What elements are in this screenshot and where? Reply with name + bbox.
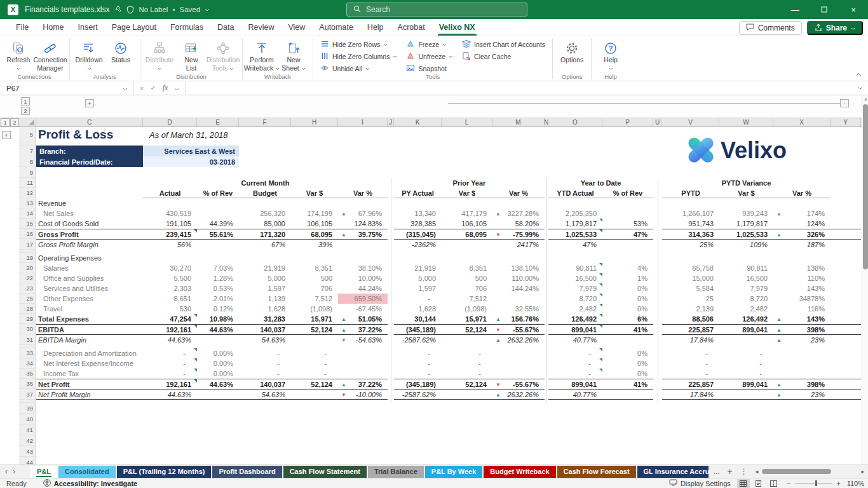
excel-app-icon[interactable]: X <box>8 4 18 15</box>
row-header[interactable]: 43 <box>19 446 36 457</box>
data-cell[interactable]: - <box>143 348 197 358</box>
data-cell[interactable]: 44.63% <box>143 389 197 400</box>
data-cell[interactable]: - <box>394 369 442 379</box>
data-cell[interactable] <box>442 334 492 345</box>
ribbon-tab-page-layout[interactable]: Page Layout <box>105 19 163 36</box>
horizontal-scrollbar[interactable]: ◂ ▸ <box>756 468 864 475</box>
sensitivity-shield-icon[interactable] <box>126 6 134 14</box>
column-group-expand-button[interactable]: + <box>85 99 94 107</box>
data-cell[interactable]: -2587.62% <box>394 389 442 400</box>
row-label[interactable]: Net Interest Expense/Income <box>36 358 143 369</box>
data-cell[interactable]: 8,351 <box>442 263 492 273</box>
data-cell[interactable]: 7,512 <box>291 294 338 304</box>
data-cell[interactable]: ▼-54.63% <box>338 334 388 345</box>
column-header-C[interactable]: C <box>36 118 143 126</box>
data-cell[interactable] <box>338 239 388 250</box>
data-cell[interactable] <box>719 389 773 400</box>
data-cell[interactable]: 31,283 <box>239 314 291 324</box>
data-cell[interactable]: 8,720 <box>548 294 602 304</box>
data-cell[interactable]: - <box>548 358 602 369</box>
row-header[interactable]: 20 <box>19 263 36 273</box>
data-cell[interactable]: 44.39% <box>197 219 239 229</box>
data-cell[interactable]: (345,189) <box>394 379 442 389</box>
data-cell[interactable]: - <box>291 348 338 358</box>
row-label[interactable]: Office and Supplies <box>36 273 143 283</box>
data-cell[interactable]: 706 <box>291 283 338 294</box>
row-label[interactable]: Revenue <box>36 198 143 208</box>
row-label[interactable]: Total Expenses <box>36 314 143 324</box>
data-cell[interactable] <box>338 348 388 358</box>
data-cell[interactable] <box>442 389 492 400</box>
data-cell[interactable]: - <box>548 369 602 379</box>
clear-cache-button[interactable]: Clear Cache <box>462 51 545 62</box>
row-header[interactable]: 42 <box>19 435 36 446</box>
data-cell[interactable]: 7,512 <box>442 294 492 304</box>
data-cell[interactable]: 47% <box>548 239 602 250</box>
data-cell[interactable]: 7.03% <box>197 263 239 273</box>
refresh-button[interactable]: Refresh <box>3 37 34 72</box>
data-cell[interactable]: 8,720 <box>719 294 773 304</box>
data-cell[interactable]: ▼-10.00% <box>338 389 388 400</box>
new-list-button[interactable]: NewList <box>175 37 207 72</box>
sheet-tab-cash-flow-statement[interactable]: Cash Flow Statement <box>283 466 367 478</box>
data-cell[interactable]: 899,041 <box>719 379 773 389</box>
row-label[interactable]: Cost of Goods Sold <box>36 219 143 229</box>
zoom-slider-handle[interactable] <box>815 480 817 486</box>
data-cell[interactable]: 47,254 <box>143 314 197 324</box>
page-layout-view-button[interactable] <box>752 479 765 488</box>
data-cell[interactable]: 138% <box>773 263 831 273</box>
data-cell[interactable]: 67% <box>239 239 291 250</box>
data-cell[interactable]: 2,205,350 <box>548 208 602 219</box>
data-cell[interactable]: - <box>239 369 291 379</box>
data-cell[interactable]: ▲37.22% <box>338 379 388 389</box>
data-cell[interactable]: 40.77% <box>548 389 602 400</box>
sheet-tab-profit-dashboard[interactable]: Profit Dashboard <box>212 466 281 478</box>
column-outline-level-1-button[interactable]: 1 <box>21 97 30 105</box>
data-cell[interactable]: 16,500 <box>548 273 602 283</box>
column-header-L[interactable]: L <box>442 118 492 126</box>
data-cell[interactable]: 68,095 <box>291 229 338 239</box>
data-cell[interactable]: 54.63% <box>239 389 291 400</box>
data-cell[interactable]: - <box>394 294 442 304</box>
data-cell[interactable]: ▲39.75% <box>338 229 388 239</box>
data-cell[interactable]: 1,139 <box>239 294 291 304</box>
data-cell[interactable]: 256,320 <box>239 208 291 219</box>
data-cell[interactable]: 187% <box>773 239 831 250</box>
data-cell[interactable]: 8,651 <box>143 294 197 304</box>
row-outline-level-2-button[interactable]: 2 <box>10 118 19 126</box>
sheet-tab-trial-balance[interactable]: Trial Balance <box>368 466 424 478</box>
data-cell[interactable]: ▲398% <box>773 379 831 389</box>
data-cell[interactable]: 6% <box>602 314 653 324</box>
data-cell[interactable] <box>492 369 545 379</box>
data-cell[interactable]: - <box>662 348 719 358</box>
column-header-H[interactable]: H <box>291 118 338 126</box>
column-outline-level-2-button[interactable]: 2 <box>21 107 30 115</box>
row-label[interactable]: Travel <box>36 304 143 314</box>
data-cell[interactable]: 124.83% <box>338 219 388 229</box>
minimize-button[interactable]: — <box>780 0 810 19</box>
data-cell[interactable]: ▼-55.67% <box>492 324 545 334</box>
vertical-scroll-thumb[interactable] <box>863 104 868 269</box>
data-cell[interactable]: 106,105 <box>442 219 492 229</box>
row-header[interactable]: 13 <box>19 198 36 208</box>
data-cell[interactable]: 1,179,817 <box>548 219 602 229</box>
data-cell[interactable]: ▲23% <box>773 389 831 400</box>
ribbon-tab-help[interactable]: Help <box>360 19 391 36</box>
chevron-down-icon[interactable] <box>205 8 210 11</box>
cancel-icon[interactable]: × <box>140 85 144 92</box>
data-cell[interactable]: 2,139 <box>662 304 719 314</box>
period-label[interactable]: Financial Period/Date: <box>36 156 143 167</box>
row-header[interactable]: 41 <box>19 424 36 435</box>
data-cell[interactable] <box>773 369 831 379</box>
sheet-tab-gl-insurance-accru[interactable]: GL Insurance Accru <box>637 466 709 478</box>
data-cell[interactable]: 90,811 <box>548 263 602 273</box>
data-cell[interactable]: - <box>548 348 602 358</box>
data-cell[interactable]: 30,270 <box>143 263 197 273</box>
data-cell[interactable]: 0.12% <box>197 304 239 314</box>
data-cell[interactable]: -67.45% <box>338 304 388 314</box>
data-cell[interactable]: 15,971 <box>291 314 338 324</box>
unhide-all-button[interactable]: Unhide All <box>320 64 397 74</box>
data-cell[interactable]: 85,000 <box>239 219 291 229</box>
data-cell[interactable]: ▼-55.67% <box>492 379 545 389</box>
row-label[interactable]: Net Sales <box>36 208 143 219</box>
